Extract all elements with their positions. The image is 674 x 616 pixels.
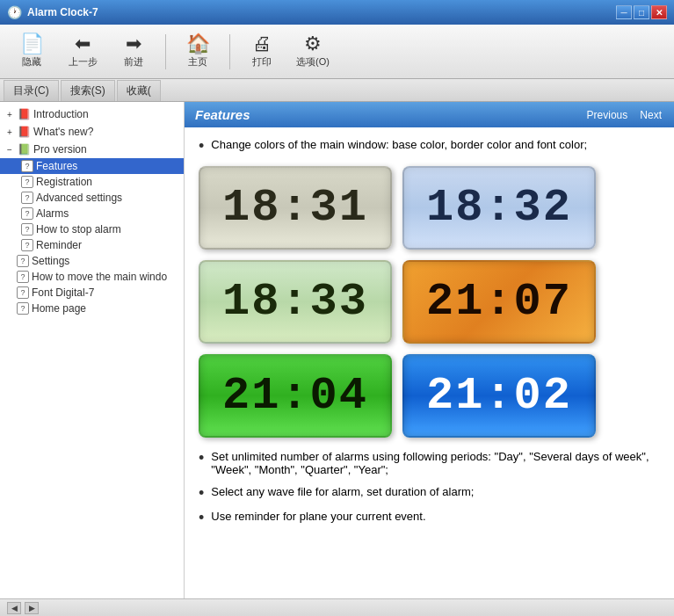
question-icon-features: ? — [21, 160, 33, 172]
hide-icon: 📄 — [20, 34, 44, 54]
sidebar-label-move: How to move the main windo — [32, 271, 167, 283]
question-icon-advanced: ? — [21, 192, 33, 204]
sidebar-item-how-to-stop[interactable]: ? How to stop alarm — [0, 221, 184, 237]
sidebar-label-stop: How to stop alarm — [36, 223, 121, 236]
sidebar-item-reminder[interactable]: ? Reminder — [0, 237, 184, 253]
toolbar-separator — [165, 34, 166, 69]
options-label: 选项(O) — [296, 55, 330, 69]
sidebar-item-pro-version[interactable]: − 📗 Pro version — [0, 141, 184, 158]
sidebar-item-home-page[interactable]: ? Home page — [0, 301, 184, 316]
sidebar-item-how-to-move[interactable]: ? How to move the main windo — [0, 269, 184, 285]
options-button[interactable]: ⚙ 选项(O) — [290, 29, 336, 75]
bullet-4: • Use reminder for plane your current ev… — [199, 510, 660, 525]
question-icon-font: ? — [17, 286, 29, 299]
clock-silver: 18:31 — [199, 166, 392, 250]
toolbar: 📄 隐藏 ⬅ 上一步 ➡ 前进 🏠 主页 🖨 打印 ⚙ 选项(O) — [0, 25, 674, 79]
main-area: + 📕 Introduction + 📕 What's new? − 📗 Pro… — [0, 102, 674, 598]
bullet-text-1: Change colors of the main window: base c… — [211, 138, 587, 151]
bullet-icon-4: • — [199, 510, 204, 525]
scroll-right-button[interactable]: ▶ — [25, 602, 39, 614]
tab-search[interactable]: 搜索(S) — [61, 80, 115, 101]
home-label: 主页 — [188, 55, 207, 69]
hide-button[interactable]: 📄 隐藏 — [9, 29, 54, 75]
next-link[interactable]: Next — [640, 109, 662, 121]
clock-time-bright-blue: 21:02 — [426, 370, 572, 422]
print-button[interactable]: 🖨 打印 — [239, 29, 285, 75]
expand-icon-pro: − — [4, 145, 16, 155]
question-icon-move: ? — [17, 271, 29, 283]
sidebar-item-advanced-settings[interactable]: ? Advanced settings — [0, 190, 184, 206]
question-icon-home: ? — [17, 302, 29, 315]
sidebar-item-introduction[interactable]: + 📕 Introduction — [0, 105, 184, 123]
home-icon: 🏠 — [186, 34, 210, 54]
sidebar-label-reminder: Reminder — [36, 239, 82, 251]
question-icon-settings: ? — [17, 255, 29, 267]
maximize-button[interactable]: □ — [634, 5, 649, 19]
clock-time-green-light: 18:33 — [222, 276, 368, 328]
bullet-text-3: Select any wave file for alarm, set dura… — [211, 485, 474, 498]
close-button[interactable]: ✕ — [651, 5, 667, 19]
sidebar-item-alarms[interactable]: ? Alarms — [0, 206, 184, 221]
sidebar-label-font: Font Digital-7 — [32, 286, 94, 299]
hide-label: 隐藏 — [22, 55, 41, 69]
options-icon: ⚙ — [304, 34, 322, 54]
sidebar-label-alarms: Alarms — [36, 207, 69, 220]
question-icon-reminder: ? — [21, 239, 33, 251]
minimize-button[interactable]: ─ — [616, 5, 632, 19]
bullet-3: • Select any wave file for alarm, set du… — [199, 485, 660, 501]
sidebar-item-registration[interactable]: ? Registration — [0, 174, 184, 190]
sidebar-label-home: Home page — [32, 302, 86, 315]
status-bar: ◀ ▶ — [0, 598, 674, 616]
window-controls: ─ □ ✕ — [616, 5, 667, 19]
tab-contents[interactable]: 目录(C) — [4, 80, 59, 101]
clock-orange: 21:07 — [402, 260, 596, 344]
forward-button[interactable]: ➡ 前进 — [111, 29, 156, 75]
sidebar-label-settings: Settings — [32, 255, 69, 267]
expand-icon-introduction: + — [4, 110, 16, 120]
clock-time-orange: 21:07 — [426, 276, 572, 328]
sidebar: + 📕 Introduction + 📕 What's new? − 📗 Pro… — [0, 102, 185, 598]
sidebar-label-features: Features — [36, 160, 77, 172]
app-icon: 🕐 — [7, 5, 22, 19]
bullet-2: • Set unlimited number of alarms using f… — [199, 450, 660, 476]
content-header: Features Previous Next — [185, 102, 674, 127]
title-bar: 🕐 Alarm Clock-7 ─ □ ✕ — [0, 0, 674, 25]
forward-icon: ➡ — [126, 34, 141, 54]
sidebar-item-font[interactable]: ? Font Digital-7 — [0, 285, 184, 301]
clock-green: 21:04 — [199, 354, 392, 438]
sidebar-label-pro: Pro version — [33, 143, 87, 156]
back-label: 上一步 — [69, 55, 98, 69]
bullet-1: • Change colors of the main window: base… — [199, 138, 660, 154]
bullet-icon-2: • — [199, 450, 204, 466]
sidebar-item-settings[interactable]: ? Settings — [0, 253, 184, 269]
back-icon: ⬅ — [75, 34, 91, 54]
content-body: • Change colors of the main window: base… — [185, 127, 674, 545]
back-button[interactable]: ⬅ 上一步 — [60, 29, 105, 75]
tab-bar: 目录(C) 搜索(S) 收藏( — [0, 79, 674, 102]
question-icon-alarms: ? — [21, 207, 33, 220]
forward-label: 前进 — [124, 55, 143, 69]
scroll-left-button[interactable]: ◀ — [7, 602, 21, 614]
print-icon: 🖨 — [252, 34, 272, 54]
sidebar-item-whats-new[interactable]: + 📕 What's new? — [0, 123, 184, 141]
book-icon-whats-new: 📕 — [17, 125, 31, 139]
clocks-grid: 18:31 18:32 18:33 21:07 21:04 21:02 — [199, 166, 660, 438]
bullet-text-2: Set unlimited number of alarms using fol… — [211, 450, 660, 476]
bullet-text-4: Use reminder for plane your current even… — [211, 510, 425, 523]
tab-favorites[interactable]: 收藏( — [117, 80, 161, 101]
book-icon-pro: 📗 — [17, 142, 31, 156]
toolbar-separator-2 — [229, 34, 230, 69]
content-area: Features Previous Next • Change colors o… — [185, 102, 674, 598]
sidebar-item-features[interactable]: ? Features — [0, 158, 184, 174]
bullet-icon-3: • — [199, 485, 204, 501]
home-button[interactable]: 🏠 主页 — [175, 29, 221, 75]
content-title: Features — [195, 107, 250, 122]
clock-green-light: 18:33 — [199, 260, 392, 344]
print-label: 打印 — [252, 55, 272, 69]
previous-link[interactable]: Previous — [587, 109, 628, 121]
sidebar-label-whats-new: What's new? — [33, 126, 93, 138]
question-icon-stop: ? — [21, 223, 33, 236]
window-title: Alarm Clock-7 — [27, 6, 98, 18]
sidebar-label-registration: Registration — [36, 176, 92, 188]
sidebar-label-introduction: Introduction — [33, 108, 89, 120]
